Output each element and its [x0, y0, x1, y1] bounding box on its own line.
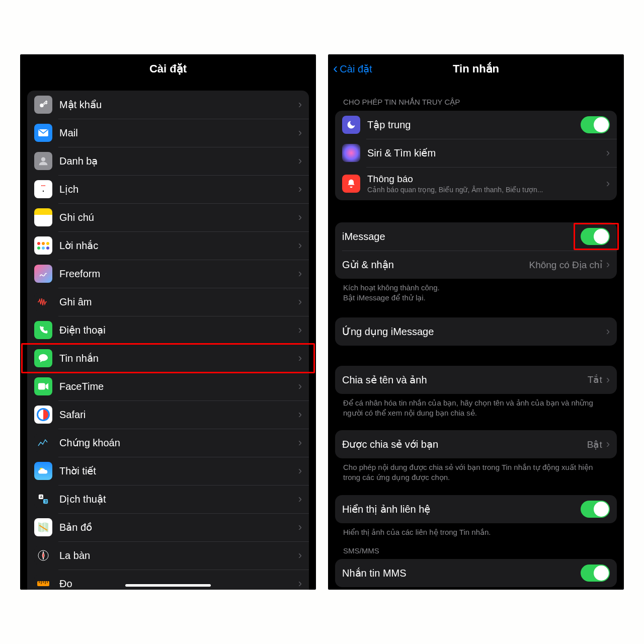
bell-icon: [342, 175, 360, 193]
chevron-right-icon: ›: [298, 408, 302, 421]
settings-screen: Cài đặt Mật khẩu›Mail›Danh bạ›•••·Lịch›G…: [20, 54, 316, 590]
row-label: Lịch: [59, 183, 298, 195]
settings-row-mail[interactable]: Mail›: [27, 119, 309, 147]
chevron-right-icon: ›: [606, 177, 610, 190]
messages-icon: [34, 349, 52, 367]
settings-row-notes[interactable]: Ghi chú›: [27, 203, 309, 231]
chevron-right-icon: ›: [298, 267, 302, 280]
chevron-right-icon: ›: [298, 549, 302, 562]
notes-icon: [34, 208, 52, 226]
home-indicator[interactable]: [125, 584, 211, 587]
navbar: Cài đặt: [20, 54, 316, 84]
row-label: Dịch thuật: [59, 493, 298, 505]
row-label: Được chia sẻ với bạn: [342, 438, 587, 450]
stocks-icon: [34, 434, 52, 452]
row-value: Tắt: [588, 374, 602, 385]
settings-row-stocks[interactable]: Chứng khoán›: [27, 429, 309, 457]
row-label: Đo: [59, 578, 298, 590]
row-label: Mail: [59, 127, 298, 139]
chevron-right-icon: ›: [298, 183, 302, 196]
row-imessage: iMessage: [335, 222, 617, 251]
row-value: Bật: [587, 439, 602, 450]
row-show-contact-photos: Hiển thị ảnh liên hệ: [335, 495, 617, 523]
siri-icon: [342, 144, 360, 162]
settings-row-compass[interactable]: La bàn›: [27, 541, 309, 570]
row-label: Ghi chú: [59, 212, 298, 223]
settings-row-voicememo[interactable]: Ghi âm›: [27, 288, 309, 316]
weather-icon: [34, 462, 52, 480]
row-label: Ghi âm: [59, 296, 298, 308]
settings-row-translate[interactable]: A文Dịch thuật›: [27, 485, 309, 513]
row-label: La bàn: [59, 550, 298, 561]
settings-row-reminders[interactable]: Lời nhắc›: [27, 231, 309, 260]
row-siri[interactable]: Siri & Tìm kiếm ›: [335, 139, 617, 167]
translate-icon: A文: [34, 490, 52, 508]
row-label: Thông báo: [367, 174, 606, 185]
settings-list: Mật khẩu›Mail›Danh bạ›•••·Lịch›Ghi chú›L…: [20, 84, 316, 590]
chevron-right-icon: ›: [298, 577, 302, 590]
chevron-right-icon: ›: [298, 295, 302, 308]
row-label: iMessage: [342, 231, 581, 243]
row-label: Safari: [59, 409, 298, 421]
row-label: Siri & Tìm kiếm: [367, 147, 606, 159]
settings-row-maps[interactable]: Bản đồ›: [27, 513, 309, 541]
row-label: Hiển thị ảnh liên hệ: [342, 503, 581, 515]
row-notifications[interactable]: Thông báo Cảnh báo quan trọng, Biểu ngữ,…: [335, 167, 617, 200]
messages-settings-content: CHO PHÉP TIN NHẮN TRUY CẬP Tập trung Sir…: [328, 84, 624, 590]
row-send-receive[interactable]: Gửi & nhận Không có Địa chỉ ›: [335, 251, 617, 279]
contact-photos-footer: Hiển thị ảnh của các liên hệ trong Tin n…: [335, 523, 617, 537]
settings-row-measure[interactable]: Đo›: [27, 570, 309, 590]
chevron-right-icon: ›: [298, 126, 302, 139]
row-label: Bản đồ: [59, 521, 298, 533]
passwords-icon: [34, 96, 52, 114]
row-shared-with-you[interactable]: Được chia sẻ với bạn Bật ›: [335, 430, 617, 458]
freeform-icon: [34, 265, 52, 283]
back-button[interactable]: ‹ Cài đặt: [333, 62, 372, 75]
chevron-right-icon: ›: [298, 493, 302, 506]
row-label: Điện thoại: [59, 324, 298, 336]
page-title: Cài đặt: [149, 62, 187, 75]
settings-row-freeform[interactable]: Freeform›: [27, 260, 309, 288]
contacts-icon: [34, 152, 52, 170]
chevron-right-icon: ›: [298, 154, 302, 168]
row-label: Freeform: [59, 268, 298, 280]
svg-text:A: A: [40, 495, 43, 499]
phone-icon: [34, 321, 52, 339]
row-imessage-apps[interactable]: Ứng dụng iMessage ›: [335, 317, 617, 346]
settings-row-passwords[interactable]: Mật khẩu›: [27, 91, 309, 119]
settings-row-calendar[interactable]: •••·Lịch›: [27, 175, 309, 203]
measure-icon: [34, 575, 52, 590]
mms-toggle[interactable]: [581, 565, 610, 582]
settings-row-messages[interactable]: Tin nhắn›: [27, 344, 309, 372]
chevron-right-icon: ›: [606, 146, 610, 159]
maps-icon: [34, 518, 52, 536]
imessage-toggle[interactable]: [581, 228, 610, 245]
focus-toggle[interactable]: [581, 116, 610, 133]
page-title: Tin nhắn: [453, 62, 499, 75]
chevron-right-icon: ›: [298, 239, 302, 252]
share-name-footer: Để cá nhân hóa tin nhắn của bạn, hãy chọ…: [335, 394, 617, 419]
settings-row-contacts[interactable]: Danh bạ›: [27, 147, 309, 175]
settings-row-facetime[interactable]: FaceTime›: [27, 372, 309, 400]
row-label: Chứng khoán: [59, 437, 298, 449]
row-label: Chia sẻ tên và ảnh: [342, 374, 588, 386]
navbar: ‹ Cài đặt Tin nhắn: [328, 54, 624, 84]
chevron-right-icon: ›: [298, 324, 302, 337]
moon-icon: [342, 116, 360, 134]
svg-rect-3: [38, 383, 45, 390]
chevron-right-icon: ›: [298, 464, 302, 477]
settings-row-phone[interactable]: Điện thoại›: [27, 316, 309, 344]
contact-photos-toggle[interactable]: [581, 501, 610, 518]
section-header-access: CHO PHÉP TIN NHẮN TRUY CẬP: [335, 84, 617, 111]
imessage-footer: Kích hoạt không thành công. Bật iMessage…: [335, 279, 617, 303]
row-label: Lời nhắc: [59, 239, 298, 252]
settings-row-safari[interactable]: Safari›: [27, 400, 309, 429]
row-focus[interactable]: Tập trung: [335, 111, 617, 139]
row-label: Ứng dụng iMessage: [342, 326, 606, 338]
settings-row-weather[interactable]: Thời tiết›: [27, 457, 309, 485]
row-share-name-photo[interactable]: Chia sẻ tên và ảnh Tắt ›: [335, 366, 617, 394]
chevron-right-icon: ›: [298, 98, 302, 111]
chevron-right-icon: ›: [606, 258, 610, 271]
chevron-right-icon: ›: [298, 211, 302, 224]
row-label: Tin nhắn: [59, 352, 298, 364]
